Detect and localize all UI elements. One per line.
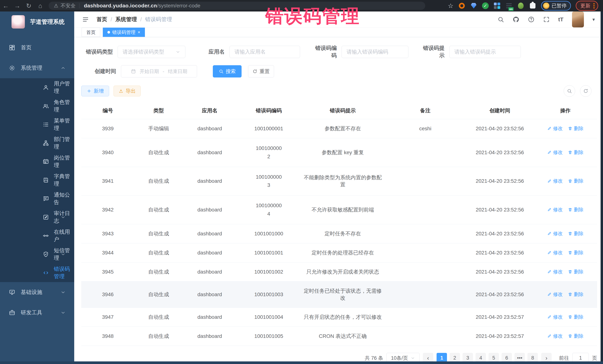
home-icon[interactable]: ⌂ — [35, 2, 46, 10]
breadcrumb-separator: / — [140, 16, 142, 22]
extension-puzzle-icon[interactable] — [529, 2, 536, 9]
delete-link[interactable]: 删除 — [568, 291, 583, 298]
main-area: 首页 / 系统管理 / 错误码管理 tT ▾ 首页 错误码 — [74, 11, 603, 361]
sidebar-item-system[interactable]: 系统管理 — [0, 58, 74, 78]
cell-code: 1001001004 — [237, 308, 301, 327]
search-icon[interactable] — [498, 16, 504, 23]
error-code-input[interactable]: 请输入错误码编码 — [342, 46, 408, 58]
extension-ring-icon[interactable] — [458, 2, 465, 9]
reset-button[interactable]: 重置 — [248, 65, 274, 77]
fullscreen-icon[interactable] — [543, 16, 550, 23]
breadcrumb-separator: / — [111, 16, 112, 22]
sidebar-item-sms[interactable]: 短信管理 — [0, 245, 74, 264]
edit-link[interactable]: 修改 — [547, 314, 563, 320]
export-button[interactable]: 导出 — [114, 86, 141, 96]
edit-link[interactable]: 修改 — [547, 178, 563, 184]
delete-link[interactable]: 删除 — [568, 125, 583, 132]
security-label[interactable]: 不安全 — [60, 2, 76, 9]
error-msg-input[interactable]: 请输入错误码提示 — [449, 46, 521, 58]
cell-remark — [385, 167, 466, 196]
cell-type: 自动生成 — [134, 262, 183, 281]
delete-link[interactable]: 删除 — [568, 269, 583, 275]
delete-link[interactable]: 删除 — [568, 230, 583, 237]
error-type-select[interactable]: 请选择错误码类型 — [118, 46, 185, 58]
cell-id: 3948 — [81, 327, 134, 346]
hamburger-icon[interactable] — [82, 16, 89, 23]
delete-icon — [568, 334, 572, 338]
extension-grid-icon[interactable] — [494, 2, 500, 9]
sidebar-item-dict[interactable]: 字典管理 — [0, 171, 74, 189]
extension-gem-icon[interactable] — [470, 2, 477, 9]
extension-check-icon[interactable]: ✓ — [482, 2, 489, 9]
bookmark-star-icon[interactable]: ☆ — [448, 2, 453, 10]
extension-switch-icon[interactable]: on — [505, 2, 512, 9]
tab-home[interactable]: 首页 — [82, 28, 100, 37]
cell-type: 自动生成 — [134, 281, 183, 308]
refresh-table-button[interactable] — [580, 85, 591, 97]
sidebar-item-label: 研发工具 — [21, 309, 42, 316]
delete-link[interactable]: 删除 — [568, 314, 583, 320]
sidebar-item-audit-log[interactable]: 审计日志 — [0, 208, 74, 226]
edit-link[interactable]: 修改 — [547, 207, 563, 213]
sidebar-item-role[interactable]: 角色管理 — [0, 97, 74, 115]
chevron-down-icon — [411, 356, 415, 360]
sidebar-item-online-user[interactable]: 在线用户 — [0, 226, 74, 245]
edit-link[interactable]: 修改 — [547, 269, 563, 275]
tab-error-code[interactable]: 错误码管理 × — [103, 28, 145, 37]
window-bottom-edge — [0, 361, 603, 364]
app-logo[interactable]: 芋道管理系统 — [0, 11, 74, 32]
sidebar-item-home[interactable]: 首页 — [0, 37, 74, 58]
avatar-caret-icon[interactable]: ▾ — [592, 17, 595, 22]
github-icon[interactable] — [513, 16, 519, 23]
date-range-picker[interactable]: 开始日期 - 结束日期 — [121, 65, 197, 77]
kebab-menu-icon[interactable] — [593, 3, 595, 9]
edit-link[interactable]: 修改 — [547, 149, 563, 156]
edit-link[interactable]: 修改 — [547, 333, 563, 339]
sidebar-item-menu[interactable]: 菜单管理 — [0, 115, 74, 134]
delete-link[interactable]: 删除 — [568, 249, 583, 256]
delete-link[interactable]: 删除 — [568, 207, 583, 213]
active-dot-icon — [107, 31, 110, 33]
update-button[interactable]: 更新 — [576, 1, 598, 11]
tab-close-icon[interactable]: × — [138, 30, 140, 34]
app-name-input[interactable]: 请输入应用名 — [230, 46, 300, 58]
sidebar-item-dev-tools[interactable]: 研发工具 — [0, 302, 74, 323]
create-time-label: 创建时间 — [93, 68, 116, 75]
edit-link[interactable]: 修改 — [547, 291, 563, 298]
delete-link[interactable]: 删除 — [568, 333, 583, 339]
sidebar-item-label: 基础设施 — [21, 288, 42, 296]
forward-icon[interactable]: → — [12, 2, 23, 10]
edit-link[interactable]: 修改 — [547, 249, 563, 256]
cell-type: 自动生成 — [134, 224, 183, 243]
cell-id: 3940 — [81, 138, 134, 167]
user-avatar[interactable] — [572, 11, 584, 27]
error-msg-label: 错误码提示 — [418, 44, 445, 59]
sidebar-item-post[interactable]: 岗位管理 — [0, 152, 74, 171]
breadcrumb-system[interactable]: 系统管理 — [116, 16, 137, 23]
refresh-icon — [583, 88, 588, 94]
sidebar-item-user[interactable]: 用户管理 — [0, 78, 74, 97]
sidebar-item-dept[interactable]: 部门管理 — [0, 134, 74, 152]
delete-link[interactable]: 删除 — [568, 178, 583, 184]
paused-badge[interactable]: 已暂停 — [541, 1, 571, 11]
sidebar-item-infra[interactable]: 基础设施 — [0, 282, 74, 302]
add-button[interactable]: 新增 — [81, 86, 109, 96]
font-size-icon[interactable]: tT — [558, 16, 564, 22]
back-icon[interactable]: ← — [0, 2, 12, 10]
address-bar[interactable]: ⚠ 不安全 dashboard.yudao.iocoder.cn/system/… — [49, 2, 425, 10]
reload-icon[interactable]: ↻ — [23, 2, 35, 10]
breadcrumb-home[interactable]: 首页 — [96, 16, 107, 23]
cell-app: dashboard — [183, 119, 237, 138]
sidebar-item-notice[interactable]: 通知公告 — [0, 189, 74, 208]
sidebar-item-label: 在线用户 — [54, 228, 74, 243]
sidebar-item-label: 首页 — [21, 44, 32, 51]
help-icon[interactable] — [528, 16, 534, 23]
cell-actions: 修改删除 — [533, 243, 597, 262]
extension-leaf-icon[interactable] — [517, 2, 524, 9]
sidebar-item-error-code[interactable]: 错误码管理 — [0, 264, 74, 282]
edit-link[interactable]: 修改 — [547, 125, 563, 132]
delete-link[interactable]: 删除 — [568, 149, 583, 156]
edit-link[interactable]: 修改 — [547, 230, 563, 237]
toggle-search-button[interactable] — [564, 85, 575, 97]
search-button[interactable]: 搜索 — [213, 65, 242, 77]
